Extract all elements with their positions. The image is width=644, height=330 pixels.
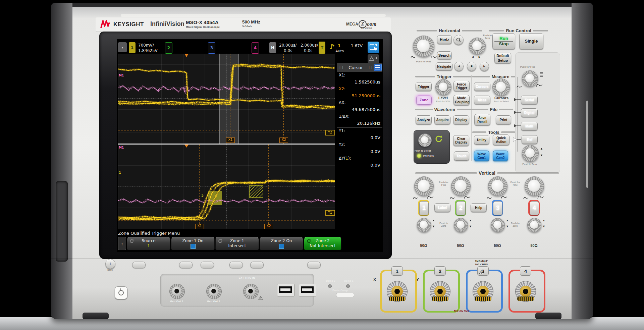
help-button[interactable]: Help [471, 203, 487, 212]
upper-x1-cursor-label[interactable]: X1 [226, 138, 235, 143]
menu-up-button[interactable]: ↑ [118, 237, 126, 250]
ref-button[interactable]: Ref [522, 135, 538, 144]
zoom-search-button[interactable] [453, 35, 464, 45]
ch3-position-knob[interactable] [493, 221, 501, 229]
softkey-hw-2[interactable] [179, 262, 193, 268]
horizontal-scale-knob[interactable] [417, 40, 430, 52]
run-label: Run [499, 36, 508, 41]
digital-button[interactable]: Digital [521, 108, 538, 117]
print-button[interactable]: Print [496, 115, 511, 124]
nav-stop-button[interactable]: ■ [467, 62, 476, 71]
intensity-knob[interactable] [421, 136, 428, 144]
sidebar-pull-tab[interactable]: ▾ [118, 42, 127, 52]
nav-next-button[interactable]: ► [480, 62, 489, 71]
cursor-label: X2: [339, 87, 345, 91]
utility-button[interactable]: Utility [474, 135, 489, 145]
softkey-zone1-on[interactable]: Zone 1 On [171, 237, 215, 250]
upper-waveform-plot[interactable]: M1 1 X1 X2 Y2 [118, 54, 335, 144]
down-arrow: ▼ [432, 225, 435, 228]
nav-prev-button[interactable]: ◄ [454, 62, 464, 71]
ch1-scale-knob[interactable] [418, 180, 430, 192]
upper-x2-cursor-label[interactable]: X2 [279, 138, 288, 143]
touch-zone-icon[interactable] [368, 42, 379, 53]
wave-gen1-button[interactable]: Wave Gen1 [474, 151, 489, 161]
softkey-hw-5[interactable] [250, 262, 264, 268]
cursor-label: Y1: [339, 128, 345, 133]
channel4-status-box[interactable]: 4 [252, 42, 259, 54]
softkey-hw-3[interactable] [201, 262, 214, 268]
cursors-knob[interactable] [496, 82, 506, 92]
display-button[interactable]: Display [453, 115, 469, 124]
push-to-zero-label: Push toZero [508, 222, 523, 228]
trigger-button[interactable]: Trigger [416, 82, 432, 91]
softkey-hw-1[interactable] [132, 262, 146, 268]
cursor-panel-header[interactable]: ⋮⋮ Cursor ⋮⋮ [337, 63, 382, 72]
ch4-button[interactable]: 4 [530, 201, 539, 215]
default-setup-button[interactable]: Default Setup [494, 53, 511, 63]
megazoom-rate: 1M wfms/s [361, 27, 372, 29]
meas-button[interactable]: Meas [474, 96, 490, 104]
acquire-button[interactable]: Acquire [434, 115, 450, 124]
softkey-hw-4[interactable] [229, 262, 243, 268]
label-button[interactable]: Label [434, 203, 450, 212]
horizontal-status-box[interactable]: H [269, 42, 276, 53]
softkey-hw-6[interactable] [307, 262, 321, 268]
mode-coupling-button[interactable]: Mode Coupling [453, 95, 470, 105]
wave-gen2-button[interactable]: Wave Gen2 [493, 151, 508, 161]
touch-button[interactable]: Touch [454, 151, 469, 161]
softkey-zone2-mode[interactable]: Zone 2 Not Intersect [304, 237, 341, 250]
softkey-source[interactable]: Source 1 [127, 237, 170, 250]
single-button[interactable]: Single [519, 33, 543, 49]
run-stop-button[interactable]: Run Stop [492, 33, 515, 49]
zoom-delay: 0.0s [304, 48, 312, 53]
back-button[interactable]: ↑ [105, 259, 115, 269]
channel1-offset: 1.84625V [138, 48, 158, 53]
section-title-trigger: Trigger [415, 74, 473, 79]
cursor-value: 51.250000us [352, 93, 380, 98]
ch1-button[interactable]: 1 [419, 201, 429, 215]
multipurpose-position-knob[interactable] [525, 148, 535, 158]
cursors-button[interactable]: Cursors [474, 82, 490, 91]
force-trigger-button[interactable]: Force Trigger [453, 81, 470, 91]
save-recall-button[interactable]: Save Recall [474, 114, 490, 125]
trigger-level-knob[interactable] [439, 82, 447, 91]
ch4-scale-knob[interactable] [528, 180, 540, 192]
clear-display-button[interactable]: Clear Display [453, 135, 469, 146]
search-button[interactable]: Search [437, 51, 452, 59]
horizontal-delay-knob[interactable] [472, 41, 482, 50]
zone-button[interactable]: Zone [416, 96, 432, 105]
menu-icon[interactable] [374, 64, 382, 71]
annotation-icon[interactable] [368, 54, 379, 63]
ch1-position-knob[interactable] [420, 221, 428, 229]
sine-large-icon [501, 195, 507, 200]
navigate-button[interactable]: Navigate [436, 62, 452, 70]
quick-action-button[interactable]: Quick Action [493, 134, 509, 145]
lower-x1-cursor-label[interactable]: X1 [195, 224, 204, 229]
lower-y1-cursor-label[interactable]: Y1 [325, 210, 335, 216]
analyze-button[interactable]: Analyze [416, 115, 432, 124]
horiz-button[interactable]: Horiz [437, 35, 452, 44]
channel3-status-box[interactable]: 3 [208, 42, 215, 54]
softkey-zone2-on[interactable]: Zone 2 On [260, 237, 303, 250]
channel2-status-box[interactable]: 2 [165, 42, 172, 54]
multipurpose-knob[interactable] [525, 74, 534, 82]
power-button[interactable] [115, 286, 127, 299]
bnc-rating-label: 50Ω ≤5V RMS [448, 310, 475, 312]
upper-y2-cursor-label[interactable]: Y2 [325, 130, 335, 135]
lower-waveform-plot[interactable]: M1 1 2 X1 X2 Y1 [118, 145, 335, 229]
ch2-position-knob[interactable] [457, 221, 465, 229]
serial-button[interactable]: Serial [521, 96, 538, 104]
ch2-scale-knob[interactable] [454, 180, 467, 192]
ch2-impedance-label: 50Ω [455, 243, 466, 248]
ch4-position-knob[interactable] [530, 221, 538, 229]
gen-out1-label: Gen Out 1 [167, 300, 186, 303]
trigger-status-box[interactable]: T [319, 42, 325, 54]
lower-x2-cursor-label[interactable]: X2 [264, 224, 273, 229]
ch3-button[interactable]: 3 [493, 201, 502, 215]
ch2-button[interactable]: 2 [456, 201, 466, 215]
push-for-fine-label: Push forFine [507, 181, 523, 187]
ch3-scale-knob[interactable] [491, 180, 503, 192]
math-button[interactable]: Math [521, 122, 538, 130]
channel1-status-box[interactable]: 1 [129, 42, 136, 53]
softkey-zone1-mode[interactable]: Zone 1 Intersect [215, 237, 259, 250]
